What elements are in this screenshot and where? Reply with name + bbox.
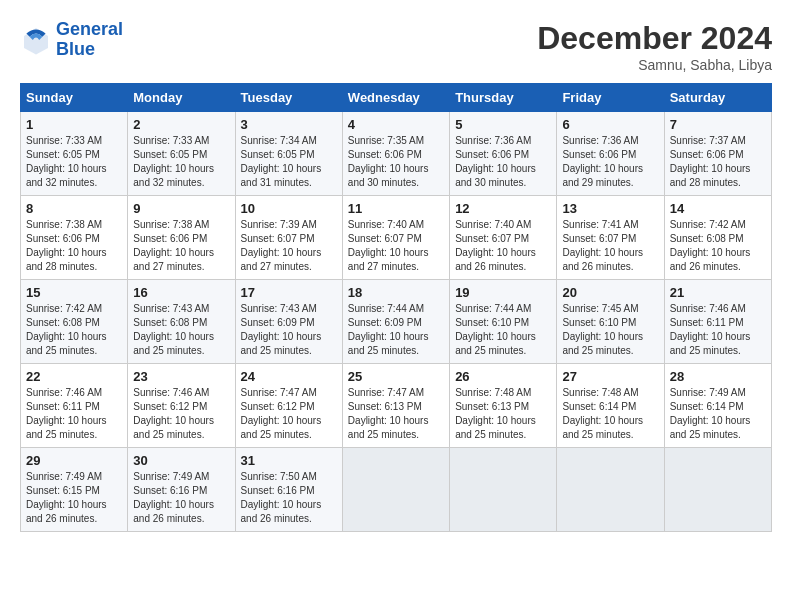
day-number: 14 — [670, 201, 766, 216]
weekday-header: Friday — [557, 84, 664, 112]
calendar-day-cell: 9Sunrise: 7:38 AM Sunset: 6:06 PM Daylig… — [128, 196, 235, 280]
calendar-day-cell: 24Sunrise: 7:47 AM Sunset: 6:12 PM Dayli… — [235, 364, 342, 448]
day-number: 7 — [670, 117, 766, 132]
day-number: 11 — [348, 201, 444, 216]
calendar-header: SundayMondayTuesdayWednesdayThursdayFrid… — [21, 84, 772, 112]
weekday-header: Thursday — [450, 84, 557, 112]
calendar-day-cell: 19Sunrise: 7:44 AM Sunset: 6:10 PM Dayli… — [450, 280, 557, 364]
calendar-day-cell: 5Sunrise: 7:36 AM Sunset: 6:06 PM Daylig… — [450, 112, 557, 196]
calendar-day-cell: 11Sunrise: 7:40 AM Sunset: 6:07 PM Dayli… — [342, 196, 449, 280]
day-info: Sunrise: 7:46 AM Sunset: 6:12 PM Dayligh… — [133, 386, 229, 442]
calendar-day-cell — [664, 448, 771, 532]
page-header: General Blue December 2024 Samnu, Sabha,… — [20, 20, 772, 73]
day-number: 20 — [562, 285, 658, 300]
calendar-week-row: 22Sunrise: 7:46 AM Sunset: 6:11 PM Dayli… — [21, 364, 772, 448]
day-info: Sunrise: 7:38 AM Sunset: 6:06 PM Dayligh… — [133, 218, 229, 274]
day-info: Sunrise: 7:34 AM Sunset: 6:05 PM Dayligh… — [241, 134, 337, 190]
logo: General Blue — [20, 20, 123, 60]
calendar-day-cell: 15Sunrise: 7:42 AM Sunset: 6:08 PM Dayli… — [21, 280, 128, 364]
calendar-day-cell: 1Sunrise: 7:33 AM Sunset: 6:05 PM Daylig… — [21, 112, 128, 196]
day-number: 17 — [241, 285, 337, 300]
day-info: Sunrise: 7:42 AM Sunset: 6:08 PM Dayligh… — [26, 302, 122, 358]
calendar-day-cell: 23Sunrise: 7:46 AM Sunset: 6:12 PM Dayli… — [128, 364, 235, 448]
weekday-row: SundayMondayTuesdayWednesdayThursdayFrid… — [21, 84, 772, 112]
calendar-day-cell: 20Sunrise: 7:45 AM Sunset: 6:10 PM Dayli… — [557, 280, 664, 364]
day-info: Sunrise: 7:47 AM Sunset: 6:12 PM Dayligh… — [241, 386, 337, 442]
day-info: Sunrise: 7:45 AM Sunset: 6:10 PM Dayligh… — [562, 302, 658, 358]
day-number: 21 — [670, 285, 766, 300]
weekday-header: Tuesday — [235, 84, 342, 112]
calendar-day-cell: 13Sunrise: 7:41 AM Sunset: 6:07 PM Dayli… — [557, 196, 664, 280]
day-number: 1 — [26, 117, 122, 132]
day-number: 31 — [241, 453, 337, 468]
calendar-week-row: 1Sunrise: 7:33 AM Sunset: 6:05 PM Daylig… — [21, 112, 772, 196]
day-number: 27 — [562, 369, 658, 384]
calendar-day-cell: 17Sunrise: 7:43 AM Sunset: 6:09 PM Dayli… — [235, 280, 342, 364]
day-info: Sunrise: 7:40 AM Sunset: 6:07 PM Dayligh… — [348, 218, 444, 274]
day-number: 30 — [133, 453, 229, 468]
day-info: Sunrise: 7:33 AM Sunset: 6:05 PM Dayligh… — [133, 134, 229, 190]
day-info: Sunrise: 7:49 AM Sunset: 6:16 PM Dayligh… — [133, 470, 229, 526]
day-number: 25 — [348, 369, 444, 384]
day-info: Sunrise: 7:35 AM Sunset: 6:06 PM Dayligh… — [348, 134, 444, 190]
day-number: 8 — [26, 201, 122, 216]
day-info: Sunrise: 7:42 AM Sunset: 6:08 PM Dayligh… — [670, 218, 766, 274]
calendar-day-cell: 4Sunrise: 7:35 AM Sunset: 6:06 PM Daylig… — [342, 112, 449, 196]
day-info: Sunrise: 7:50 AM Sunset: 6:16 PM Dayligh… — [241, 470, 337, 526]
calendar-day-cell: 27Sunrise: 7:48 AM Sunset: 6:14 PM Dayli… — [557, 364, 664, 448]
calendar-day-cell: 30Sunrise: 7:49 AM Sunset: 6:16 PM Dayli… — [128, 448, 235, 532]
calendar-day-cell: 10Sunrise: 7:39 AM Sunset: 6:07 PM Dayli… — [235, 196, 342, 280]
calendar-day-cell: 6Sunrise: 7:36 AM Sunset: 6:06 PM Daylig… — [557, 112, 664, 196]
calendar-day-cell: 25Sunrise: 7:47 AM Sunset: 6:13 PM Dayli… — [342, 364, 449, 448]
day-number: 24 — [241, 369, 337, 384]
calendar-body: 1Sunrise: 7:33 AM Sunset: 6:05 PM Daylig… — [21, 112, 772, 532]
calendar-day-cell: 3Sunrise: 7:34 AM Sunset: 6:05 PM Daylig… — [235, 112, 342, 196]
calendar-day-cell: 31Sunrise: 7:50 AM Sunset: 6:16 PM Dayli… — [235, 448, 342, 532]
calendar-table: SundayMondayTuesdayWednesdayThursdayFrid… — [20, 83, 772, 532]
day-number: 29 — [26, 453, 122, 468]
calendar-day-cell — [342, 448, 449, 532]
logo-text: General Blue — [56, 20, 123, 60]
day-number: 15 — [26, 285, 122, 300]
calendar-day-cell: 16Sunrise: 7:43 AM Sunset: 6:08 PM Dayli… — [128, 280, 235, 364]
day-number: 9 — [133, 201, 229, 216]
calendar-day-cell: 21Sunrise: 7:46 AM Sunset: 6:11 PM Dayli… — [664, 280, 771, 364]
calendar-week-row: 8Sunrise: 7:38 AM Sunset: 6:06 PM Daylig… — [21, 196, 772, 280]
weekday-header: Saturday — [664, 84, 771, 112]
day-info: Sunrise: 7:44 AM Sunset: 6:10 PM Dayligh… — [455, 302, 551, 358]
day-info: Sunrise: 7:43 AM Sunset: 6:09 PM Dayligh… — [241, 302, 337, 358]
day-number: 13 — [562, 201, 658, 216]
day-number: 19 — [455, 285, 551, 300]
day-number: 28 — [670, 369, 766, 384]
day-info: Sunrise: 7:46 AM Sunset: 6:11 PM Dayligh… — [670, 302, 766, 358]
day-info: Sunrise: 7:36 AM Sunset: 6:06 PM Dayligh… — [455, 134, 551, 190]
day-info: Sunrise: 7:46 AM Sunset: 6:11 PM Dayligh… — [26, 386, 122, 442]
calendar-week-row: 29Sunrise: 7:49 AM Sunset: 6:15 PM Dayli… — [21, 448, 772, 532]
calendar-day-cell: 29Sunrise: 7:49 AM Sunset: 6:15 PM Dayli… — [21, 448, 128, 532]
day-number: 26 — [455, 369, 551, 384]
day-info: Sunrise: 7:38 AM Sunset: 6:06 PM Dayligh… — [26, 218, 122, 274]
calendar-day-cell: 12Sunrise: 7:40 AM Sunset: 6:07 PM Dayli… — [450, 196, 557, 280]
day-info: Sunrise: 7:49 AM Sunset: 6:14 PM Dayligh… — [670, 386, 766, 442]
day-number: 10 — [241, 201, 337, 216]
day-info: Sunrise: 7:48 AM Sunset: 6:14 PM Dayligh… — [562, 386, 658, 442]
day-number: 22 — [26, 369, 122, 384]
weekday-header: Monday — [128, 84, 235, 112]
day-info: Sunrise: 7:41 AM Sunset: 6:07 PM Dayligh… — [562, 218, 658, 274]
day-info: Sunrise: 7:39 AM Sunset: 6:07 PM Dayligh… — [241, 218, 337, 274]
day-number: 4 — [348, 117, 444, 132]
day-info: Sunrise: 7:44 AM Sunset: 6:09 PM Dayligh… — [348, 302, 444, 358]
day-info: Sunrise: 7:37 AM Sunset: 6:06 PM Dayligh… — [670, 134, 766, 190]
calendar-day-cell: 7Sunrise: 7:37 AM Sunset: 6:06 PM Daylig… — [664, 112, 771, 196]
day-info: Sunrise: 7:47 AM Sunset: 6:13 PM Dayligh… — [348, 386, 444, 442]
calendar-day-cell: 22Sunrise: 7:46 AM Sunset: 6:11 PM Dayli… — [21, 364, 128, 448]
month-title: December 2024 — [537, 20, 772, 57]
day-info: Sunrise: 7:49 AM Sunset: 6:15 PM Dayligh… — [26, 470, 122, 526]
title-block: December 2024 Samnu, Sabha, Libya — [537, 20, 772, 73]
calendar-day-cell: 26Sunrise: 7:48 AM Sunset: 6:13 PM Dayli… — [450, 364, 557, 448]
weekday-header: Wednesday — [342, 84, 449, 112]
day-info: Sunrise: 7:43 AM Sunset: 6:08 PM Dayligh… — [133, 302, 229, 358]
day-number: 23 — [133, 369, 229, 384]
day-info: Sunrise: 7:36 AM Sunset: 6:06 PM Dayligh… — [562, 134, 658, 190]
day-number: 3 — [241, 117, 337, 132]
